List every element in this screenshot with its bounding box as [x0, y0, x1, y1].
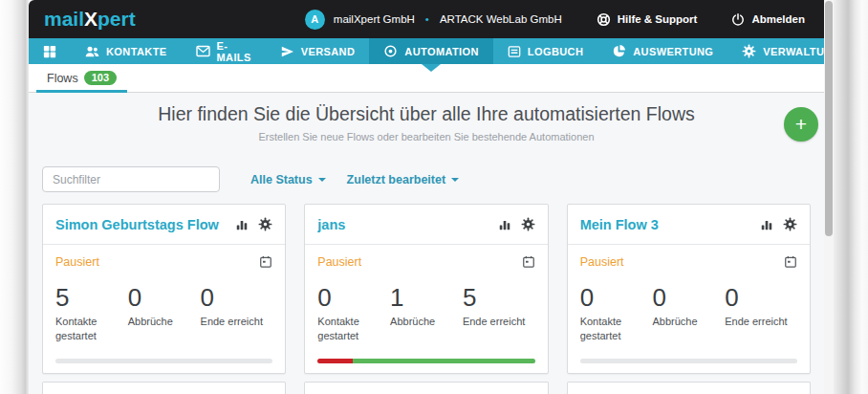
topbar-right: A mailXpert GmbH • ARTACK WebLab GmbH Hi… — [305, 10, 805, 30]
stat-abbrueche: 0Abbrüche — [128, 283, 201, 344]
stat-value: 0 — [201, 283, 273, 312]
stat-ende-erreicht: 5Ende erreicht — [463, 283, 535, 344]
help-support-button[interactable]: Hilfe & Support — [597, 12, 698, 27]
stat-kontakte-gestartet: 5Kontakte gestartet — [55, 283, 128, 344]
nav-label-versand: VERSAND — [301, 46, 356, 57]
calendar-icon[interactable] — [784, 255, 797, 269]
calendar-icon[interactable] — [522, 255, 535, 269]
lifering-icon — [597, 12, 611, 27]
sort-filter-dropdown[interactable]: Zuletzt bearbeitet — [347, 173, 460, 186]
account-org: ARTACK WebLab GmbH — [440, 13, 562, 25]
flow-card-body: Pausiert 0Kontakte gestartet 0Abbrüche 0… — [568, 245, 810, 344]
stat-label: Abbrüche — [652, 315, 721, 329]
flow-card: Mein Flow 3 Pausiert 0Kontakte gestartet — [567, 204, 811, 374]
window-left-edge — [0, 0, 29, 394]
envelope-icon — [196, 45, 210, 57]
nav-label-emails: E-MAILS — [217, 40, 251, 63]
active-tab-notch — [422, 64, 441, 72]
app-window: mailXpert A mailXpert GmbH • ARTACK WebL… — [0, 0, 868, 394]
nav-label-auswertung: AUSWERTUNG — [633, 46, 713, 57]
nav-label-automation: AUTOMATION — [404, 46, 479, 57]
mailxpert-logo[interactable]: mailXpert — [44, 8, 136, 31]
stat-label: Kontakte gestartet — [55, 315, 124, 344]
stat-label: Abbrüche — [128, 315, 197, 329]
dashboard-grid-icon — [43, 45, 56, 58]
stat-value: 0 — [652, 283, 725, 312]
calendar-icon[interactable] — [259, 255, 272, 269]
flow-stats: 0Kontakte gestartet 0Abbrüche 0Ende erre… — [580, 283, 797, 344]
gear-icon[interactable] — [258, 217, 272, 231]
contacts-people-icon — [85, 45, 99, 58]
flow-card-actions — [498, 217, 535, 231]
logbook-icon — [508, 45, 521, 58]
logout-label: Abmelden — [751, 13, 805, 25]
stat-value: 0 — [580, 283, 653, 312]
stat-value: 0 — [725, 283, 797, 312]
nav-item-emails[interactable]: E-MAILS — [182, 38, 266, 64]
progress-red-segment — [317, 359, 352, 363]
stat-value: 1 — [390, 283, 463, 312]
status-row: Pausiert — [317, 255, 534, 269]
account-menu[interactable]: A mailXpert GmbH • ARTACK WebLab GmbH — [305, 10, 562, 30]
stat-label: Abbrüche — [390, 315, 459, 329]
nav-item-kontakte[interactable]: KONTAKTE — [71, 38, 182, 64]
bar-chart-icon[interactable] — [760, 218, 773, 231]
flow-card-partial — [567, 382, 811, 394]
flow-title-link[interactable]: Simon Geburtstags Flow — [55, 217, 235, 232]
avatar[interactable]: A — [305, 10, 325, 30]
add-flow-button[interactable]: + — [784, 107, 818, 142]
flow-progress-bar — [580, 359, 797, 363]
page-title: Hier finden Sie die Übersicht über alle … — [42, 101, 811, 126]
progress-green-segment — [353, 359, 535, 363]
flow-title-link[interactable]: jans — [317, 217, 497, 232]
flow-progress-bar — [317, 359, 534, 363]
scrollbar-thumb[interactable] — [825, 1, 833, 236]
bar-chart-icon[interactable] — [498, 218, 511, 231]
filter-bar: Alle Status Zuletzt bearbeitet — [42, 166, 811, 192]
stat-value: 0 — [317, 283, 390, 312]
hero: Hier finden Sie die Übersicht über alle … — [42, 93, 811, 142]
flow-card-header: Simon Geburtstags Flow — [43, 205, 285, 245]
nav-item-logbuch[interactable]: LOGBUCH — [493, 38, 597, 64]
nav-item-versand[interactable]: VERSAND — [266, 38, 370, 64]
gear-icon — [742, 44, 756, 58]
flow-card: Simon Geburtstags Flow Pausiert 5Kontakt — [42, 204, 286, 374]
window-right-edge — [834, 0, 868, 394]
stat-ende-erreicht: 0Ende erreicht — [201, 283, 273, 344]
flow-stats: 5Kontakte gestartet 0Abbrüche 0Ende erre… — [55, 283, 272, 344]
stat-label: Kontakte gestartet — [317, 315, 386, 344]
topbar: mailXpert A mailXpert GmbH • ARTACK WebL… — [29, 0, 824, 38]
stat-value: 0 — [128, 283, 201, 312]
logout-button[interactable]: Abmelden — [731, 12, 805, 27]
stat-label: Ende erreicht — [725, 315, 793, 329]
chevron-down-icon — [451, 178, 459, 182]
chevron-down-icon — [318, 178, 326, 182]
flow-card-body: Pausiert 0Kontakte gestartet 1Abbrüche 5… — [305, 245, 547, 344]
flow-title-link[interactable]: Mein Flow 3 — [580, 217, 760, 232]
search-input[interactable] — [42, 166, 220, 192]
tab-flows-label: Flows — [47, 72, 78, 85]
status-filter-dropdown[interactable]: Alle Status — [250, 173, 326, 186]
status-row: Pausiert — [55, 255, 272, 269]
nav-item-automation[interactable]: AUTOMATION — [369, 38, 493, 64]
stat-label: Ende erreicht — [201, 315, 270, 329]
gear-icon[interactable] — [521, 217, 535, 231]
nav-item-auswertung[interactable]: AUSWERTUNG — [597, 38, 727, 64]
status-badge: Pausiert — [580, 255, 624, 269]
help-support-label: Hilfe & Support — [618, 13, 698, 25]
send-icon — [280, 45, 294, 58]
flow-cards-row: Simon Geburtstags Flow Pausiert 5Kontakt — [42, 204, 811, 374]
gear-icon[interactable] — [783, 217, 797, 231]
status-badge: Pausiert — [317, 255, 361, 269]
stat-label: Kontakte gestartet — [580, 315, 649, 344]
stat-abbrueche: 0Abbrüche — [652, 283, 725, 344]
logo-part-mail: mail — [44, 8, 84, 30]
tab-flows[interactable]: Flows 103 — [36, 64, 127, 92]
stat-kontakte-gestartet: 0Kontakte gestartet — [317, 283, 390, 344]
account-name: mailXpert GmbH — [334, 13, 415, 25]
stat-value: 5 — [55, 283, 128, 312]
bar-chart-icon[interactable] — [235, 218, 249, 231]
flows-count-badge: 103 — [84, 71, 117, 85]
scrollbar-track[interactable] — [824, 0, 834, 394]
nav-item-dashboard[interactable] — [29, 38, 71, 64]
